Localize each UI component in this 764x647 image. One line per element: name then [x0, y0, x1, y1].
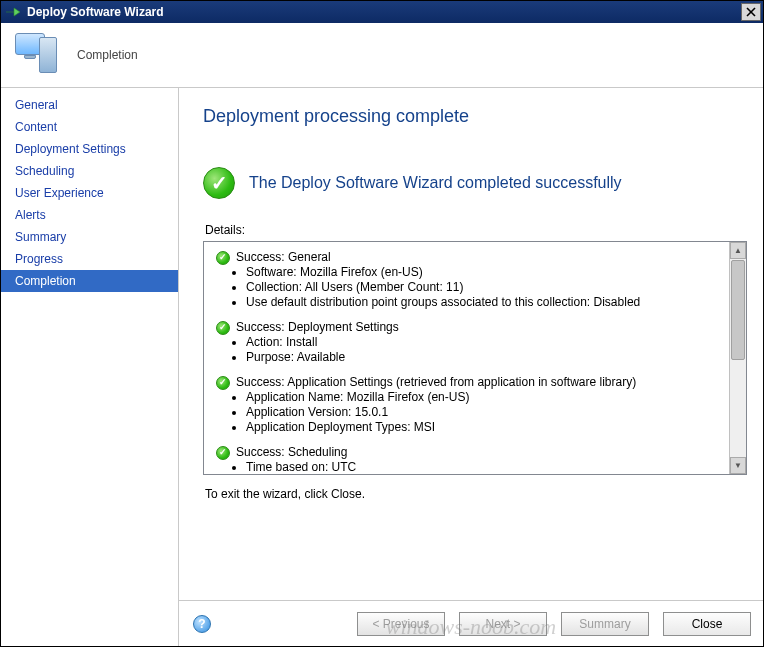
scroll-down-icon[interactable]: ▼	[730, 457, 746, 474]
app-icon	[5, 4, 21, 20]
status-row: ✓ The Deploy Software Wizard completed s…	[203, 167, 747, 199]
window-title: Deploy Software Wizard	[27, 5, 164, 19]
group-heading: Success: General	[236, 250, 331, 265]
success-icon: ✓	[216, 376, 230, 390]
detail-item: Application Name: Mozilla Firefox (en-US…	[246, 390, 725, 405]
close-icon	[746, 7, 756, 17]
wizard-footer: ? < Previous Next > Summary Close	[179, 600, 763, 646]
sidebar-item-completion[interactable]: Completion	[1, 270, 178, 292]
wizard-window: Deploy Software Wizard Completion Genera…	[0, 0, 764, 647]
wizard-header: Completion	[1, 23, 763, 88]
detail-item: Application Deployment Types: MSI	[246, 420, 725, 435]
detail-item: Collection: All Users (Member Count: 11)	[246, 280, 725, 295]
close-button[interactable]: Close	[663, 612, 751, 636]
success-icon: ✓	[216, 446, 230, 460]
details-group-deployment-settings: ✓ Success: Deployment Settings Action: I…	[216, 320, 725, 365]
computer-icon	[13, 31, 61, 79]
previous-button: < Previous	[357, 612, 445, 636]
sidebar-item-summary[interactable]: Summary	[1, 226, 178, 248]
next-button: Next >	[459, 612, 547, 636]
summary-button: Summary	[561, 612, 649, 636]
status-message: The Deploy Software Wizard completed suc…	[249, 174, 622, 192]
wizard-sidebar: General Content Deployment Settings Sche…	[1, 88, 179, 646]
detail-item: Action: Install	[246, 335, 725, 350]
window-close-button[interactable]	[741, 3, 761, 21]
sidebar-item-user-experience[interactable]: User Experience	[1, 182, 178, 204]
titlebar: Deploy Software Wizard	[1, 1, 763, 23]
scroll-thumb[interactable]	[731, 260, 745, 360]
scroll-up-icon[interactable]: ▲	[730, 242, 746, 259]
exit-instruction: To exit the wizard, click Close.	[203, 487, 747, 501]
detail-item: Purpose: Available	[246, 350, 725, 365]
success-icon: ✓	[203, 167, 235, 199]
sidebar-item-progress[interactable]: Progress	[1, 248, 178, 270]
group-heading: Success: Deployment Settings	[236, 320, 399, 335]
sidebar-item-deployment-settings[interactable]: Deployment Settings	[1, 138, 178, 160]
wizard-body: General Content Deployment Settings Sche…	[1, 88, 763, 646]
sidebar-item-alerts[interactable]: Alerts	[1, 204, 178, 226]
details-label: Details:	[203, 223, 747, 237]
details-box: ✓ Success: General Software: Mozilla Fir…	[204, 242, 729, 474]
wizard-main: Deployment processing complete ✓ The Dep…	[179, 88, 763, 646]
details-scrollbar[interactable]: ▲ ▼	[729, 242, 746, 474]
details-group-application-settings: ✓ Success: Application Settings (retriev…	[216, 375, 725, 435]
sidebar-item-scheduling[interactable]: Scheduling	[1, 160, 178, 182]
group-heading: Success: Scheduling	[236, 445, 347, 460]
details-group-general: ✓ Success: General Software: Mozilla Fir…	[216, 250, 725, 310]
group-heading: Success: Application Settings (retrieved…	[236, 375, 636, 390]
sidebar-item-general[interactable]: General	[1, 94, 178, 116]
details-group-scheduling: ✓ Success: Scheduling Time based on: UTC…	[216, 445, 725, 474]
header-subtitle: Completion	[77, 48, 138, 62]
success-icon: ✓	[216, 321, 230, 335]
scroll-track[interactable]	[730, 259, 746, 457]
page-title: Deployment processing complete	[203, 106, 747, 127]
success-icon: ✓	[216, 251, 230, 265]
detail-item: Time based on: UTC	[246, 460, 725, 474]
sidebar-item-content[interactable]: Content	[1, 116, 178, 138]
detail-item: Application Version: 15.0.1	[246, 405, 725, 420]
help-icon[interactable]: ?	[193, 615, 211, 633]
detail-item: Use default distribution point groups as…	[246, 295, 725, 310]
details-wrapper: ✓ Success: General Software: Mozilla Fir…	[203, 241, 747, 475]
detail-item: Software: Mozilla Firefox (en-US)	[246, 265, 725, 280]
wizard-content: Deployment processing complete ✓ The Dep…	[179, 88, 763, 600]
